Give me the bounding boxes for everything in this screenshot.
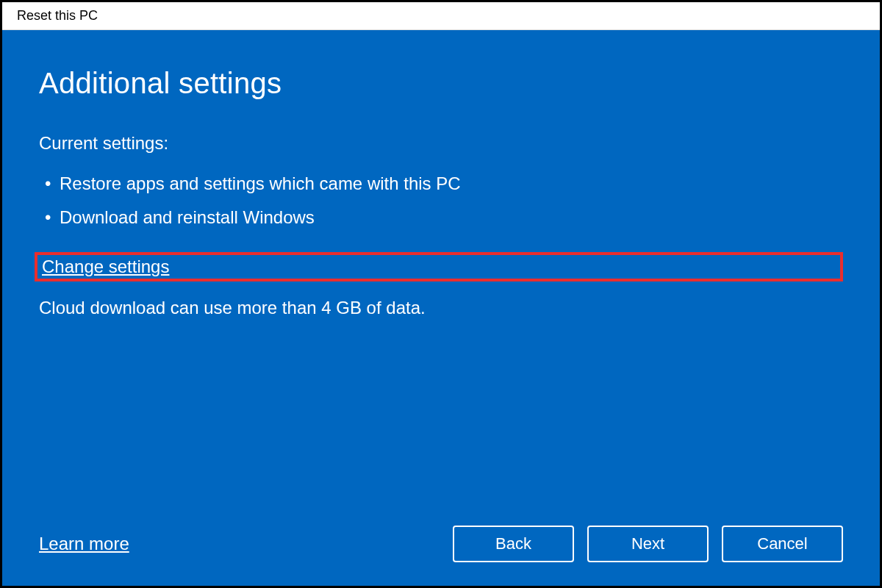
list-item: Download and reinstall Windows	[39, 201, 843, 234]
dialog-content: Additional settings Current settings: Re…	[2, 30, 880, 586]
highlight-annotation: Change settings	[35, 252, 843, 282]
change-settings-link[interactable]: Change settings	[42, 257, 169, 277]
list-item: Restore apps and settings which came wit…	[39, 167, 843, 201]
cloud-download-note: Cloud download can use more than 4 GB of…	[39, 298, 843, 318]
next-button[interactable]: Next	[587, 526, 709, 562]
learn-more-link[interactable]: Learn more	[39, 534, 129, 554]
settings-list: Restore apps and settings which came wit…	[39, 167, 843, 234]
cancel-button[interactable]: Cancel	[722, 526, 843, 562]
window-title: Reset this PC	[17, 8, 98, 23]
titlebar: Reset this PC	[2, 2, 880, 30]
button-group: Back Next Cancel	[453, 526, 843, 562]
page-heading: Additional settings	[39, 67, 843, 100]
footer-row: Learn more Back Next Cancel	[39, 526, 843, 562]
current-settings-label: Current settings:	[39, 133, 843, 154]
back-button[interactable]: Back	[453, 526, 574, 562]
